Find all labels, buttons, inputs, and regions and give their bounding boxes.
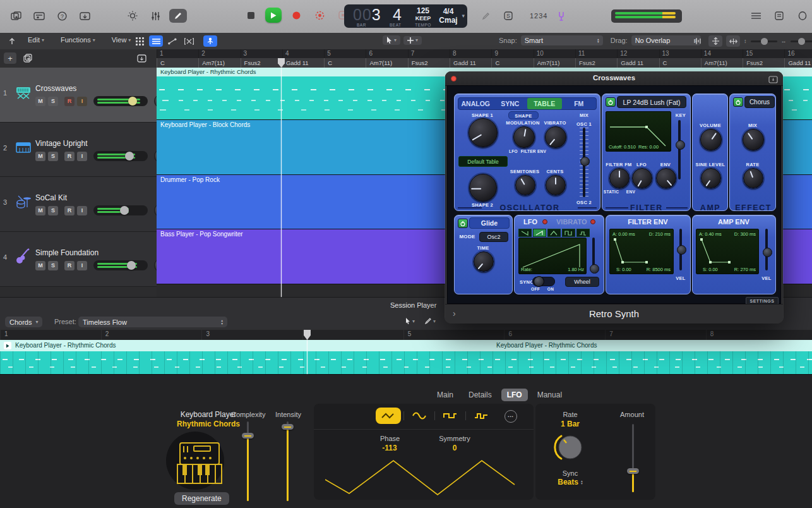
view-menu[interactable]: View▾: [108, 35, 135, 45]
random-wave-button[interactable]: [469, 408, 494, 424]
table-display[interactable]: Default Table: [458, 156, 508, 167]
filter-env-graph[interactable]: A: 0.00 ms D: 210 ms S: 0.00 R: 8500 ms: [609, 229, 674, 274]
semitones-knob[interactable]: [515, 175, 535, 195]
lcd-display[interactable]: 003 4 BAR BEAT 125 KEEP TEMPO 4/4 Cmaj ▾: [344, 4, 467, 28]
tab-main[interactable]: Main: [431, 389, 459, 401]
functions-menu[interactable]: Functions▾: [57, 35, 99, 45]
solo-button[interactable]: S: [48, 97, 58, 106]
effect-power-button[interactable]: [733, 97, 743, 107]
grid-view-icon[interactable]: [133, 35, 146, 47]
quick-help-icon[interactable]: ?: [53, 9, 71, 23]
solo-button[interactable]: S: [48, 206, 58, 215]
sync-toggle[interactable]: [532, 277, 555, 286]
effect-mix-knob[interactable]: [743, 129, 764, 150]
rate-knob[interactable]: [553, 430, 587, 464]
effect-select[interactable]: Chorus: [744, 96, 775, 108]
output-level-meter[interactable]: [611, 9, 682, 23]
vertical-zoom-slider[interactable]: [751, 40, 777, 42]
shape1-knob[interactable]: [469, 118, 498, 147]
duplicate-track-button[interactable]: [21, 52, 34, 64]
effect-rate-knob[interactable]: [743, 168, 763, 188]
tab-details[interactable]: Details: [463, 389, 498, 401]
chord-track[interactable]: CAm7(11)Fsus2Gadd 11CAm7(11)Fsus2Gadd 11…: [157, 58, 812, 68]
vertical-zoom-icon[interactable]: [708, 35, 722, 47]
ruler-bar-label[interactable]: 5: [324, 49, 366, 58]
ruler-bar-label[interactable]: 1: [157, 49, 198, 58]
track-header-vintage-upright[interactable]: 2 Vintage Upright M S R I: [0, 123, 157, 177]
count-in-button[interactable]: 1234: [530, 12, 547, 20]
rate-value[interactable]: 1 Bar: [549, 420, 591, 428]
link-button-icon[interactable]: [768, 75, 778, 86]
bottom-playhead[interactable]: [307, 340, 307, 374]
record-enable-button[interactable]: R: [64, 152, 75, 161]
marquee-tool-icon[interactable]: [182, 35, 196, 47]
ruler-bar-label[interactable]: 15: [743, 49, 784, 58]
record-enable-button[interactable]: R: [64, 261, 75, 270]
vibrato-knob[interactable]: [545, 126, 566, 148]
track-name[interactable]: SoCal Kit: [35, 193, 67, 202]
lcd-chevron-icon[interactable]: ▾: [462, 13, 465, 19]
list-editors-icon[interactable]: [747, 9, 765, 23]
track-header-crosswaves[interactable]: 1 Crosswaves M S R I: [0, 68, 157, 123]
volume-slider[interactable]: [93, 151, 148, 161]
ruler-bar-label[interactable]: 3: [241, 49, 282, 58]
bottom-region-content[interactable]: [0, 351, 812, 375]
chords-dropdown[interactable]: Chords▾: [5, 317, 42, 327]
tab-lfo[interactable]: LFO: [501, 389, 528, 401]
chord-cell[interactable]: C: [659, 58, 701, 68]
automation-icon[interactable]: [165, 35, 179, 47]
chord-cell[interactable]: Am7(11): [534, 58, 575, 68]
tab-analog[interactable]: ANALOG: [458, 98, 493, 109]
sine-level-knob[interactable]: [701, 168, 721, 188]
chord-cell[interactable]: Fsus2: [408, 58, 450, 68]
intensity-slider[interactable]: [283, 421, 292, 501]
capture-record-icon[interactable]: [311, 8, 328, 22]
tab-fm[interactable]: FM: [562, 98, 597, 109]
mute-button[interactable]: M: [35, 152, 45, 161]
chord-cell[interactable]: C: [491, 58, 533, 68]
plugin-window[interactable]: Crosswaves ANALOG SYNC TABLE FM SHAPE 1: [445, 71, 783, 323]
bar-ruler[interactable]: 12345678910111213141516: [157, 49, 812, 59]
sync-value[interactable]: Beats: [558, 478, 578, 487]
ruler-bar-label[interactable]: 8: [450, 49, 491, 58]
bottom-ruler-bar-label[interactable]: 2: [101, 330, 202, 340]
chord-cell[interactable]: Gadd 11: [282, 58, 324, 68]
phase-value[interactable]: -113: [380, 444, 399, 452]
filter-preset-display[interactable]: LP 24dB Lush (Fat): [617, 96, 686, 108]
editor-pencil-tool-menu[interactable]: ▾: [422, 317, 438, 325]
playhead[interactable]: [281, 68, 282, 297]
region-name[interactable]: Bass Player - Pop Songwriter: [160, 231, 243, 238]
bottom-bar-ruler[interactable]: 12345678: [0, 330, 812, 341]
tab-manual[interactable]: Manual: [532, 389, 568, 401]
wheel-select[interactable]: Wheel: [565, 277, 599, 287]
random-wave-button[interactable]: [576, 229, 590, 237]
solo-button[interactable]: S: [48, 261, 58, 270]
horizontal-zoom-icon[interactable]: [726, 35, 740, 47]
volume-slider[interactable]: [93, 96, 148, 106]
smart-controls-icon[interactable]: [124, 9, 141, 23]
waveform-zoom-icon[interactable]: [691, 35, 705, 47]
bottom-ruler-bar-label[interactable]: 4: [302, 330, 403, 340]
triangle-wave-button[interactable]: [376, 408, 401, 424]
pencil-tool-icon[interactable]: [169, 9, 187, 23]
mute-button[interactable]: M: [35, 261, 45, 270]
bottom-region-name-2[interactable]: Keyboard Player - Rhythmic Chords: [496, 342, 597, 349]
ruler-bar-label[interactable]: 13: [659, 49, 701, 58]
volume-slider[interactable]: [93, 205, 148, 215]
track-name[interactable]: Vintage Upright: [35, 139, 88, 148]
notepad-icon[interactable]: [770, 9, 788, 23]
chord-cell[interactable]: C: [324, 58, 366, 68]
mixer-icon[interactable]: [146, 9, 164, 23]
ruler-bar-label[interactable]: 11: [575, 49, 617, 58]
osc-mix-slider[interactable]: [580, 128, 588, 197]
filter-power-button[interactable]: [606, 97, 616, 107]
toolbar-toggle-icon[interactable]: [76, 9, 93, 23]
tab-sync[interactable]: SYNC: [493, 98, 528, 109]
chord-cell[interactable]: Gadd 11: [450, 58, 491, 68]
region-inspector-icon[interactable]: [149, 35, 163, 47]
bottom-ruler-bar-label[interactable]: 5: [403, 330, 505, 340]
pencil-mode-icon[interactable]: [477, 9, 494, 23]
sync-stepper-icon[interactable]: ▴▾: [581, 480, 583, 485]
filter-env-vel-slider[interactable]: [676, 229, 685, 270]
snap-dropdown[interactable]: Smart▴▾: [521, 35, 603, 45]
